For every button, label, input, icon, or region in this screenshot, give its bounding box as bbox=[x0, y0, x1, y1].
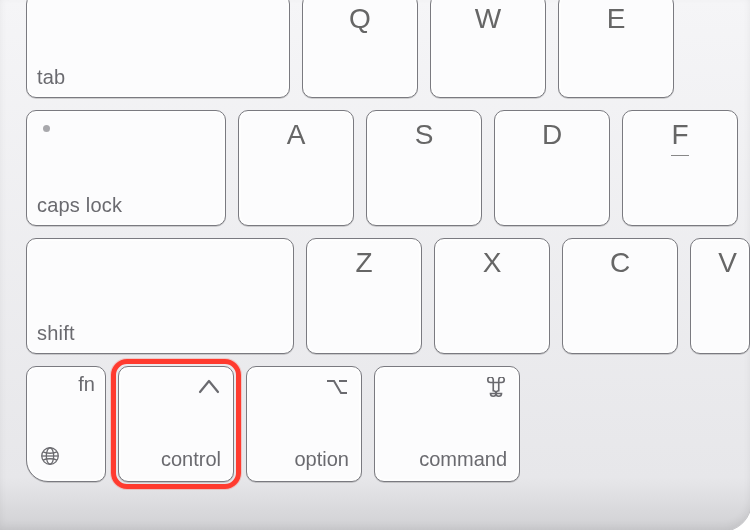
tab-key[interactable]: tab bbox=[26, 0, 290, 98]
globe-icon bbox=[39, 445, 61, 471]
s-key[interactable]: S bbox=[366, 110, 482, 226]
a-label: A bbox=[287, 119, 306, 151]
tab-label: tab bbox=[37, 66, 65, 89]
x-label: X bbox=[483, 247, 502, 279]
e-label: E bbox=[607, 3, 626, 35]
command-symbol-icon bbox=[485, 377, 507, 403]
z-label: Z bbox=[355, 247, 372, 279]
f-label: F bbox=[671, 119, 688, 151]
option-symbol-icon bbox=[325, 377, 349, 401]
c-key[interactable]: C bbox=[562, 238, 678, 354]
c-label: C bbox=[610, 247, 630, 279]
w-label: W bbox=[475, 3, 501, 35]
f-homerow-bump-icon bbox=[671, 155, 689, 156]
e-key[interactable]: E bbox=[558, 0, 674, 98]
d-key[interactable]: D bbox=[494, 110, 610, 226]
d-label: D bbox=[542, 119, 562, 151]
caps-lock-key[interactable]: caps lock bbox=[26, 110, 226, 226]
command-label: command bbox=[419, 448, 507, 471]
a-key[interactable]: A bbox=[238, 110, 354, 226]
option-label: option bbox=[295, 448, 350, 471]
q-label: Q bbox=[349, 3, 371, 35]
shift-label: shift bbox=[37, 322, 75, 345]
z-key[interactable]: Z bbox=[306, 238, 422, 354]
x-key[interactable]: X bbox=[434, 238, 550, 354]
fn-label: fn bbox=[78, 373, 95, 396]
q-key[interactable]: Q bbox=[302, 0, 418, 98]
v-label: V bbox=[718, 247, 737, 279]
f-key[interactable]: F bbox=[622, 110, 738, 226]
control-key[interactable]: control bbox=[118, 366, 234, 482]
option-key[interactable]: option bbox=[246, 366, 362, 482]
caps-lock-label: caps lock bbox=[37, 194, 122, 217]
fn-key[interactable]: fn bbox=[26, 366, 106, 482]
control-label: control bbox=[161, 448, 221, 471]
v-key[interactable]: V bbox=[690, 238, 750, 354]
s-label: S bbox=[415, 119, 434, 151]
w-key[interactable]: W bbox=[430, 0, 546, 98]
control-symbol-icon bbox=[197, 377, 221, 401]
command-key[interactable]: command bbox=[374, 366, 520, 482]
caps-lock-indicator-icon bbox=[43, 125, 50, 132]
shift-key[interactable]: shift bbox=[26, 238, 294, 354]
